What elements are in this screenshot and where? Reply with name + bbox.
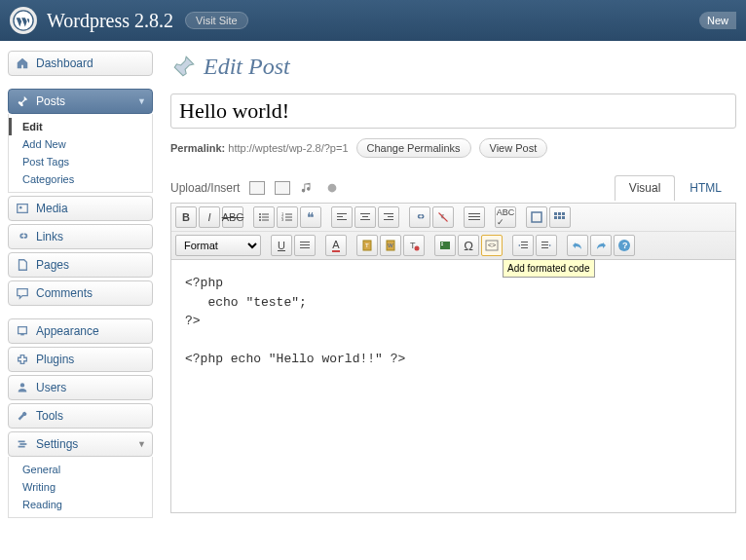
svg-rect-33 [468,219,480,220]
menu-users[interactable]: Users [8,375,153,400]
new-button[interactable]: New [699,12,736,29]
svg-rect-59 [541,244,548,245]
add-image-icon[interactable] [249,181,265,195]
link-icon [15,229,30,244]
svg-rect-27 [360,219,370,220]
svg-point-14 [259,219,261,221]
menu-label: Tools [36,409,63,423]
align-center-button[interactable] [354,206,376,228]
add-video-icon[interactable] [275,181,290,195]
help-button[interactable]: ? [614,235,635,256]
align-right-button[interactable] [378,206,399,228]
unordered-list-button[interactable] [253,206,275,228]
submenu-reading[interactable]: Reading [9,496,152,513]
dropdown-arrow-icon: ▼ [137,96,146,106]
menu-media[interactable]: Media [8,196,153,221]
strikethrough-button[interactable]: ABC [222,206,243,228]
svg-rect-34 [532,212,541,222]
editor-toolbar: B I ABC 123 ❝ ABC✓ [170,203,736,260]
upload-row: Upload/Insert Visual HTML [170,175,736,201]
menu-dashboard[interactable]: Dashboard [8,51,153,76]
admin-sidebar: Dashboard Posts ▼ Edit Add New Post Tags… [0,41,161,531]
page-icon [15,257,30,273]
fullscreen-button[interactable] [526,206,547,228]
visit-site-button[interactable]: Visit Site [185,12,248,29]
svg-point-5 [20,383,24,387]
tab-visual[interactable]: Visual [615,175,675,201]
menu-label: Comments [36,286,93,300]
svg-rect-58 [541,242,548,243]
menu-plugins[interactable]: Plugins [8,347,153,372]
add-code-button[interactable]: <> [481,235,503,256]
align-left-button[interactable] [331,206,353,228]
toolbar-row-1: B I ABC 123 ❝ ABC✓ [171,204,735,232]
underline-button[interactable]: U [271,235,292,256]
ordered-list-button[interactable]: 123 [277,206,298,228]
format-select[interactable]: Format [175,235,261,256]
redo-button[interactable] [590,235,612,256]
submenu-edit[interactable]: Edit [9,118,152,135]
more-button[interactable] [464,206,485,228]
submenu-post-tags[interactable]: Post Tags [9,153,152,170]
svg-point-10 [259,213,261,215]
svg-rect-23 [337,216,343,217]
svg-rect-25 [360,213,370,214]
bold-button[interactable]: B [175,206,197,228]
svg-rect-8 [19,446,25,448]
settings-icon [15,436,30,452]
editor-tabs: Visual HTML [615,175,736,201]
svg-rect-52 [441,244,443,245]
tooltip: Add formated code [503,259,595,278]
svg-point-49 [415,246,420,251]
remove-format-button[interactable]: T [403,235,425,256]
add-audio-icon[interactable] [300,181,316,195]
menu-settings[interactable]: Settings ▼ [8,431,153,457]
blockquote-button[interactable]: ❝ [300,206,321,228]
wordpress-logo-icon [10,7,37,34]
submenu-general[interactable]: General [9,461,152,478]
indent-button[interactable] [536,235,557,256]
dropdown-arrow-icon: ▼ [137,439,146,449]
tools-icon [15,408,30,424]
special-char-button[interactable]: Ω [458,235,479,256]
menu-links[interactable]: Links [8,224,153,249]
home-icon [15,56,30,71]
submenu-categories[interactable]: Categories [9,170,152,188]
svg-rect-60 [541,247,548,248]
menu-tools[interactable]: Tools [8,403,153,429]
posts-submenu: Edit Add New Post Tags Categories [8,114,153,193]
menu-posts[interactable]: Posts ▼ [8,89,153,114]
unlink-button[interactable] [432,206,454,228]
svg-rect-42 [300,244,310,245]
main-content: Edit Post Permalink: http://wptest/wp-2.… [161,41,746,531]
svg-rect-4 [20,334,24,336]
svg-rect-3 [19,327,27,334]
tab-html[interactable]: HTML [675,175,736,201]
menu-appearance[interactable]: Appearance [8,318,153,344]
view-post-button[interactable]: View Post [479,138,548,158]
svg-rect-38 [554,216,557,219]
content-editor[interactable]: Add formated code <?php echo "teste"; ?>… [170,260,736,513]
menu-pages[interactable]: Pages [8,252,153,278]
post-title-input[interactable] [170,93,736,129]
paste-text-button[interactable]: T [356,235,378,256]
italic-button[interactable]: I [199,206,220,228]
submenu-add-new[interactable]: Add New [9,135,152,153]
kitchen-sink-button[interactable] [549,206,571,228]
svg-rect-37 [562,212,565,215]
svg-text:W: W [388,243,393,248]
svg-rect-29 [388,216,393,217]
text-color-button[interactable]: A [325,235,347,256]
outdent-button[interactable] [512,235,534,256]
submenu-writing[interactable]: Writing [9,478,152,496]
svg-rect-31 [468,213,480,214]
link-button[interactable] [409,206,430,228]
add-media-icon[interactable] [325,181,341,195]
undo-button[interactable] [567,235,588,256]
change-permalinks-button[interactable]: Change Permalinks [356,138,471,158]
paste-word-button[interactable]: W [380,235,401,256]
media-embed-button[interactable] [434,235,456,256]
align-justify-button[interactable] [294,235,316,256]
menu-comments[interactable]: Comments [8,280,153,306]
spellcheck-button[interactable]: ABC✓ [495,206,516,228]
